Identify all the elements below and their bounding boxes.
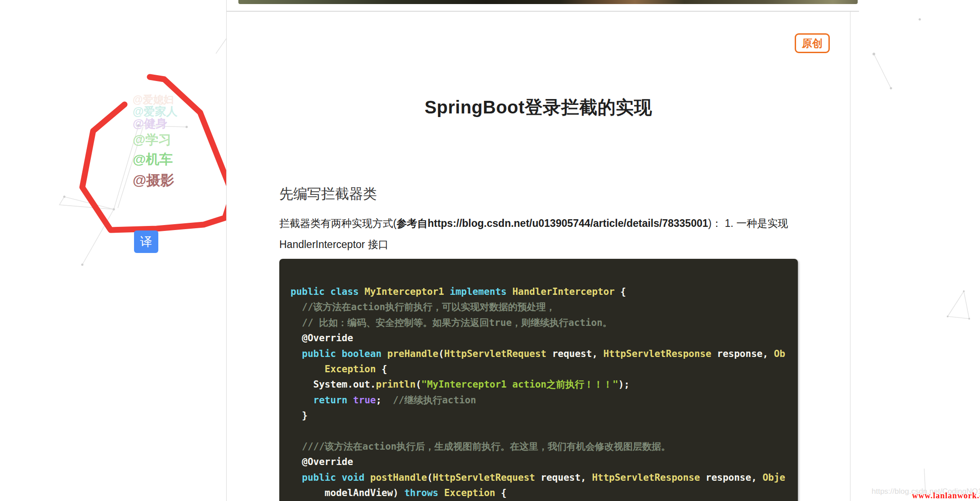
code-line bbox=[291, 424, 789, 439]
code-line: // 比如：编码、安全控制等。如果方法返回true，则继续执行action。 bbox=[291, 315, 789, 330]
code-line: modelAndView) throws Exception { bbox=[291, 485, 789, 501]
paragraph-bold-reference: 参考自https://blog.csdn.net/u013905744/arti… bbox=[397, 217, 708, 229]
code-block[interactable]: public class MyInterceptor1 implements H… bbox=[279, 259, 798, 501]
article-paragraph: 拦截器类有两种实现方式(参考自https://blog.csdn.net/u01… bbox=[279, 213, 810, 255]
page-right-border bbox=[850, 12, 850, 501]
blog-tag: @学习 bbox=[133, 133, 171, 146]
code-line: @Override bbox=[291, 330, 789, 346]
code-line: public class MyInterceptor1 implements H… bbox=[291, 284, 789, 299]
blog-tag: @爱家人 bbox=[133, 106, 177, 117]
blog-tag: @健身 bbox=[133, 117, 167, 129]
content-card: 原创 SpringBoot登录拦截的实现 先编写拦截器类 拦截器类有两种实现方式… bbox=[227, 12, 850, 501]
blog-tag: @摄影 bbox=[133, 173, 174, 187]
code-line: ////该方法在action执行后，生成视图前执行。在这里，我们有机会修改视图层… bbox=[291, 439, 789, 454]
header-divider bbox=[226, 11, 859, 12]
code-line: } bbox=[291, 408, 789, 423]
code-line: @Override bbox=[291, 454, 789, 469]
watermark-red-text: www.lanlanwork.com bbox=[912, 491, 980, 501]
code-line: public void postHandle(HttpServletReques… bbox=[291, 470, 789, 485]
original-badge: 原创 bbox=[795, 33, 830, 53]
banner-image bbox=[238, 0, 858, 4]
page-left-border bbox=[226, 0, 227, 501]
translate-button[interactable]: 译 bbox=[134, 230, 158, 253]
blog-tag: @爱媳妇 bbox=[133, 95, 174, 105]
section-heading: 先编写拦截器类 bbox=[279, 185, 377, 203]
code-line: Exception { bbox=[291, 361, 789, 377]
code-line: public boolean preHandle(HttpServletRequ… bbox=[291, 346, 789, 361]
code-line: //该方法在action执行前执行，可以实现对数据的预处理， bbox=[291, 299, 789, 315]
tag-list: @爱媳妇@爱家人@健身@学习@机车@摄影 bbox=[0, 0, 225, 270]
article-title: SpringBoot登录拦截的实现 bbox=[227, 95, 850, 120]
code-line: return true; //继续执行action bbox=[291, 393, 789, 408]
code-line: System.out.println("MyInterceptor1 actio… bbox=[291, 377, 789, 392]
code-block-pre: public class MyInterceptor1 implements H… bbox=[291, 284, 789, 501]
paragraph-text-prefix: 拦截器类有两种实现方式( bbox=[279, 217, 397, 229]
blog-tag: @机车 bbox=[133, 153, 173, 166]
